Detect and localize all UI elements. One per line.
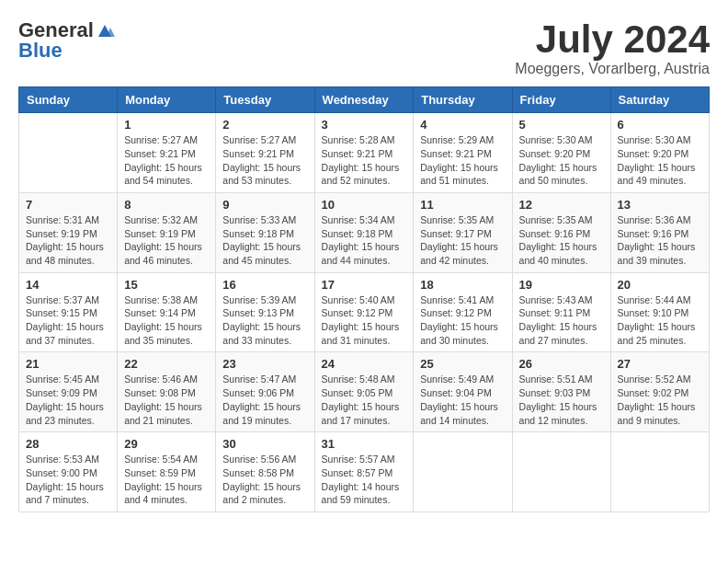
calendar-cell: 23Sunrise: 5:47 AM Sunset: 9:06 PM Dayli… <box>216 352 314 432</box>
calendar-week-row: 21Sunrise: 5:45 AM Sunset: 9:09 PM Dayli… <box>19 352 710 432</box>
calendar-cell: 14Sunrise: 5:37 AM Sunset: 9:15 PM Dayli… <box>19 272 118 352</box>
day-info: Sunrise: 5:29 AM Sunset: 9:21 PM Dayligh… <box>420 133 505 188</box>
day-number: 26 <box>519 357 604 371</box>
day-number: 30 <box>222 437 307 451</box>
day-info: Sunrise: 5:38 AM Sunset: 9:14 PM Dayligh… <box>124 293 209 348</box>
day-info: Sunrise: 5:32 AM Sunset: 9:19 PM Dayligh… <box>124 213 209 268</box>
calendar-cell: 13Sunrise: 5:36 AM Sunset: 9:16 PM Dayli… <box>610 192 709 272</box>
calendar-week-row: 7Sunrise: 5:31 AM Sunset: 9:19 PM Daylig… <box>19 192 710 272</box>
day-info: Sunrise: 5:45 AM Sunset: 9:09 PM Dayligh… <box>26 373 110 427</box>
calendar-cell <box>512 432 610 512</box>
weekday-header: Saturday <box>610 87 709 113</box>
calendar-cell: 12Sunrise: 5:35 AM Sunset: 9:16 PM Dayli… <box>512 192 610 272</box>
calendar-cell: 29Sunrise: 5:54 AM Sunset: 8:59 PM Dayli… <box>118 432 216 512</box>
logo: General Blue <box>18 18 115 63</box>
day-number: 28 <box>26 437 110 451</box>
day-number: 19 <box>519 278 604 292</box>
calendar-cell: 18Sunrise: 5:41 AM Sunset: 9:12 PM Dayli… <box>414 272 512 352</box>
day-info: Sunrise: 5:46 AM Sunset: 9:08 PM Dayligh… <box>124 373 209 427</box>
day-number: 3 <box>322 118 407 132</box>
day-number: 15 <box>124 278 209 292</box>
calendar-cell: 3Sunrise: 5:28 AM Sunset: 9:21 PM Daylig… <box>314 113 414 193</box>
day-number: 25 <box>420 357 505 371</box>
calendar-cell: 27Sunrise: 5:52 AM Sunset: 9:02 PM Dayli… <box>610 352 709 432</box>
calendar-week-row: 14Sunrise: 5:37 AM Sunset: 9:15 PM Dayli… <box>19 272 710 352</box>
day-number: 20 <box>618 278 702 292</box>
day-number: 22 <box>124 357 209 371</box>
day-number: 2 <box>222 118 307 132</box>
day-info: Sunrise: 5:30 AM Sunset: 9:20 PM Dayligh… <box>618 133 702 188</box>
day-number: 21 <box>26 357 110 371</box>
day-number: 31 <box>322 437 407 451</box>
calendar-header-row: SundayMondayTuesdayWednesdayThursdayFrid… <box>19 87 710 113</box>
day-number: 4 <box>420 118 505 132</box>
day-info: Sunrise: 5:41 AM Sunset: 9:12 PM Dayligh… <box>420 293 505 348</box>
calendar-cell: 16Sunrise: 5:39 AM Sunset: 9:13 PM Dayli… <box>216 272 314 352</box>
day-info: Sunrise: 5:40 AM Sunset: 9:12 PM Dayligh… <box>322 293 407 348</box>
month-year: July 2024 <box>515 18 710 61</box>
day-info: Sunrise: 5:48 AM Sunset: 9:05 PM Dayligh… <box>322 373 407 427</box>
day-number: 17 <box>322 278 407 292</box>
calendar-cell: 1Sunrise: 5:27 AM Sunset: 9:21 PM Daylig… <box>118 113 216 193</box>
calendar-cell: 5Sunrise: 5:30 AM Sunset: 9:20 PM Daylig… <box>512 113 610 193</box>
calendar-cell: 20Sunrise: 5:44 AM Sunset: 9:10 PM Dayli… <box>610 272 709 352</box>
calendar-cell: 30Sunrise: 5:56 AM Sunset: 8:58 PM Dayli… <box>216 432 314 512</box>
day-info: Sunrise: 5:49 AM Sunset: 9:04 PM Dayligh… <box>420 373 505 427</box>
calendar-cell: 31Sunrise: 5:57 AM Sunset: 8:57 PM Dayli… <box>314 432 414 512</box>
location: Moeggers, Vorarlberg, Austria <box>515 61 710 77</box>
day-info: Sunrise: 5:37 AM Sunset: 9:15 PM Dayligh… <box>26 293 110 348</box>
day-info: Sunrise: 5:35 AM Sunset: 9:17 PM Dayligh… <box>420 213 505 268</box>
calendar-cell: 2Sunrise: 5:27 AM Sunset: 9:21 PM Daylig… <box>216 113 314 193</box>
calendar-cell: 21Sunrise: 5:45 AM Sunset: 9:09 PM Dayli… <box>19 352 118 432</box>
day-info: Sunrise: 5:33 AM Sunset: 9:18 PM Dayligh… <box>222 213 307 268</box>
day-info: Sunrise: 5:51 AM Sunset: 9:03 PM Dayligh… <box>519 373 604 427</box>
calendar-cell <box>610 432 709 512</box>
calendar-cell: 9Sunrise: 5:33 AM Sunset: 9:18 PM Daylig… <box>216 192 314 272</box>
day-info: Sunrise: 5:36 AM Sunset: 9:16 PM Dayligh… <box>618 213 702 268</box>
weekday-header: Sunday <box>19 87 118 113</box>
calendar-cell: 17Sunrise: 5:40 AM Sunset: 9:12 PM Dayli… <box>314 272 414 352</box>
weekday-header: Thursday <box>414 87 512 113</box>
day-number: 8 <box>124 198 209 212</box>
day-number: 29 <box>124 437 209 451</box>
day-number: 23 <box>222 357 307 371</box>
calendar-cell: 15Sunrise: 5:38 AM Sunset: 9:14 PM Dayli… <box>118 272 216 352</box>
calendar-table: SundayMondayTuesdayWednesdayThursdayFrid… <box>18 86 710 512</box>
calendar-cell: 11Sunrise: 5:35 AM Sunset: 9:17 PM Dayli… <box>414 192 512 272</box>
calendar-cell: 8Sunrise: 5:32 AM Sunset: 9:19 PM Daylig… <box>118 192 216 272</box>
day-info: Sunrise: 5:43 AM Sunset: 9:11 PM Dayligh… <box>519 293 604 348</box>
calendar-week-row: 1Sunrise: 5:27 AM Sunset: 9:21 PM Daylig… <box>19 113 710 193</box>
day-number: 18 <box>420 278 505 292</box>
calendar-cell: 22Sunrise: 5:46 AM Sunset: 9:08 PM Dayli… <box>118 352 216 432</box>
day-number: 6 <box>618 118 702 132</box>
day-number: 27 <box>618 357 702 371</box>
day-info: Sunrise: 5:47 AM Sunset: 9:06 PM Dayligh… <box>222 373 307 427</box>
day-number: 24 <box>322 357 407 371</box>
calendar-cell: 28Sunrise: 5:53 AM Sunset: 9:00 PM Dayli… <box>19 432 118 512</box>
day-info: Sunrise: 5:27 AM Sunset: 9:21 PM Dayligh… <box>222 133 307 188</box>
day-number: 13 <box>618 198 702 212</box>
day-info: Sunrise: 5:35 AM Sunset: 9:16 PM Dayligh… <box>519 213 604 268</box>
calendar-cell: 24Sunrise: 5:48 AM Sunset: 9:05 PM Dayli… <box>314 352 414 432</box>
calendar-cell: 26Sunrise: 5:51 AM Sunset: 9:03 PM Dayli… <box>512 352 610 432</box>
day-number: 7 <box>26 198 110 212</box>
day-info: Sunrise: 5:39 AM Sunset: 9:13 PM Dayligh… <box>222 293 307 348</box>
calendar-cell: 4Sunrise: 5:29 AM Sunset: 9:21 PM Daylig… <box>414 113 512 193</box>
day-number: 1 <box>124 118 209 132</box>
day-number: 11 <box>420 198 505 212</box>
weekday-header: Monday <box>118 87 216 113</box>
page-header: General Blue July 2024 Moeggers, Vorarlb… <box>18 18 710 77</box>
day-info: Sunrise: 5:44 AM Sunset: 9:10 PM Dayligh… <box>618 293 702 348</box>
day-number: 10 <box>322 198 407 212</box>
day-info: Sunrise: 5:57 AM Sunset: 8:57 PM Dayligh… <box>322 453 407 507</box>
weekday-header: Tuesday <box>216 87 314 113</box>
day-info: Sunrise: 5:52 AM Sunset: 9:02 PM Dayligh… <box>618 373 702 427</box>
day-number: 9 <box>222 198 307 212</box>
day-info: Sunrise: 5:56 AM Sunset: 8:58 PM Dayligh… <box>222 453 307 507</box>
calendar-cell: 6Sunrise: 5:30 AM Sunset: 9:20 PM Daylig… <box>610 113 709 193</box>
calendar-cell <box>19 113 118 193</box>
logo-blue-text: Blue <box>18 39 63 63</box>
day-info: Sunrise: 5:31 AM Sunset: 9:19 PM Dayligh… <box>26 213 110 268</box>
day-info: Sunrise: 5:30 AM Sunset: 9:20 PM Dayligh… <box>519 133 604 188</box>
calendar-cell: 7Sunrise: 5:31 AM Sunset: 9:19 PM Daylig… <box>19 192 118 272</box>
